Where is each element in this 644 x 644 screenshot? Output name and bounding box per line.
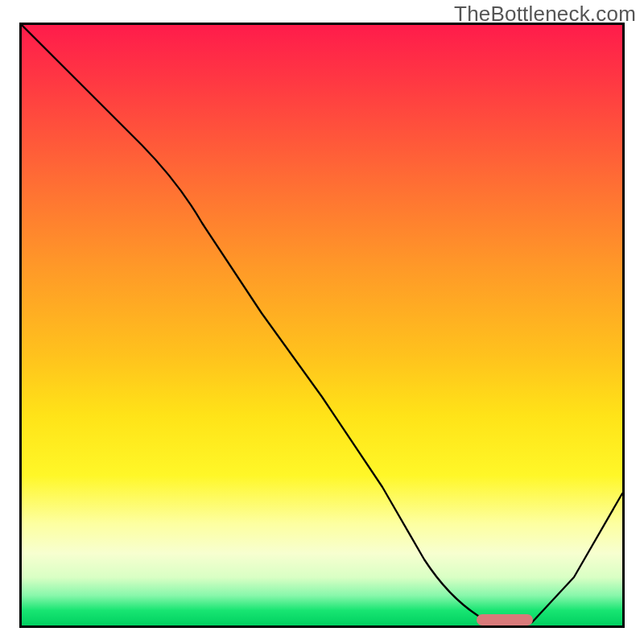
curve-path bbox=[22, 25, 622, 625]
optimal-range-marker bbox=[477, 614, 533, 625]
chart-container: TheBottleneck.com bbox=[0, 0, 644, 644]
bottleneck-curve bbox=[22, 25, 622, 625]
watermark-text: TheBottleneck.com bbox=[454, 2, 636, 27]
plot-area bbox=[19, 23, 625, 628]
